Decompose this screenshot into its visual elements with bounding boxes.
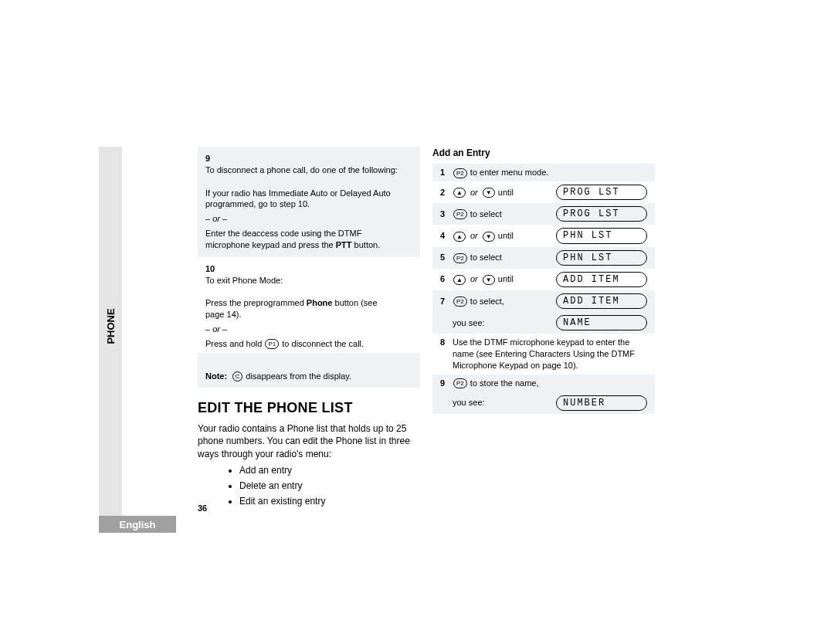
- p2-key-icon: P2: [453, 168, 467, 178]
- step-1: 1 P2 to enter menu mode.: [432, 164, 655, 181]
- text: Press and hold: [205, 339, 264, 348]
- lcd-display: NUMBER: [556, 395, 647, 411]
- left-column: 9 To disconnect a phone call, do one of …: [198, 147, 420, 511]
- phone-label: Phone: [307, 298, 333, 307]
- step-number: 9: [205, 153, 218, 164]
- step-4: 4 ▲ or ▼ until PHN LST: [432, 225, 655, 246]
- text: to select: [468, 253, 502, 262]
- up-key-icon: ▲: [453, 188, 466, 198]
- step-7: 7 P2 to select, ADD ITEM you see: NAME: [432, 290, 655, 334]
- note-body: Note: C disappears from the display.: [205, 371, 398, 382]
- text: If your radio has Immediate Auto or Dela…: [205, 188, 391, 209]
- section-tab: PHONE: [99, 147, 122, 517]
- step-number: 1: [440, 167, 453, 178]
- lcd-display: PHN LST: [556, 228, 647, 243]
- step-body: To disconnect a phone call, do one of th…: [205, 164, 398, 251]
- text: until: [496, 231, 514, 240]
- language-tab: English: [99, 516, 176, 533]
- p2-key-icon: P2: [453, 378, 467, 388]
- right-column: Add an Entry 1 P2 to enter menu mode. 2 …: [432, 147, 655, 414]
- lcd-display: PHN LST: [556, 250, 647, 266]
- lcd-display: PROG LST: [556, 185, 647, 200]
- step-number: 3: [440, 208, 453, 220]
- lcd-display: PROG LST: [556, 206, 647, 222]
- step-number: 5: [440, 252, 453, 263]
- step-number: 2: [440, 187, 453, 198]
- list-item: Add an entry: [239, 464, 420, 476]
- step-6: 6 ▲ or ▼ until ADD ITEM: [432, 269, 655, 290]
- note-box: Note: C disappears from the display.: [198, 353, 420, 388]
- text: button.: [352, 240, 381, 249]
- text: To disconnect a phone call, do one of th…: [205, 165, 398, 175]
- text: To exit Phone Mode:: [205, 276, 283, 285]
- step-5: 5 P2 to select PHN LST: [432, 247, 655, 269]
- or-text: or: [470, 231, 478, 240]
- step-number: 8: [440, 337, 453, 348]
- text: you see:: [453, 397, 556, 408]
- text: to enter menu mode.: [468, 168, 549, 177]
- p2-key-icon: P2: [453, 297, 467, 307]
- phone-indicator-icon: C: [232, 371, 242, 381]
- or-divider: – or –: [205, 213, 398, 225]
- text: to select,: [468, 297, 504, 306]
- list-item: Delete an entry: [239, 480, 420, 492]
- text: you see:: [453, 317, 556, 329]
- step-number: 6: [440, 273, 453, 285]
- text: to select: [468, 209, 502, 219]
- text: disappears from the display.: [243, 371, 351, 381]
- section-tab-label: PHONE: [105, 308, 117, 344]
- down-key-icon: ▼: [483, 232, 495, 242]
- page-root: PHONE English 36 9 To disconnect a phone…: [0, 0, 834, 644]
- lcd-display: ADD ITEM: [556, 272, 647, 287]
- step-2: 2 ▲ or ▼ until PROG LST: [432, 181, 655, 203]
- step-9r: 9 P2 to store the name, you see: NUMBER: [432, 375, 655, 414]
- or-divider: – or –: [205, 324, 398, 335]
- step-number: 10: [205, 263, 218, 275]
- or-text: or: [470, 188, 478, 197]
- step-body: To exit Phone Mode: Press the preprogram…: [205, 275, 398, 350]
- step-number: 4: [440, 230, 453, 242]
- step-number: 7: [440, 296, 453, 307]
- step-8: 8 Use the DTMF microphone keypad to ente…: [432, 334, 655, 375]
- text: to disconnect the call.: [280, 339, 364, 348]
- text: until: [496, 188, 514, 197]
- text: Use the DTMF microphone keypad to enter …: [453, 337, 647, 371]
- note-label: Note:: [205, 371, 227, 381]
- text: until: [496, 274, 514, 283]
- text: Press the preprogrammed: [205, 298, 307, 307]
- or-text: or: [470, 274, 478, 283]
- step-9: 9 To disconnect a phone call, do one of …: [198, 147, 420, 257]
- lcd-display: ADD ITEM: [556, 293, 647, 309]
- step-3: 3 P2 to select PROG LST: [432, 203, 655, 225]
- p2-key-icon: P2: [453, 253, 467, 263]
- p1-key-icon: P1: [265, 339, 279, 349]
- p2-key-icon: P2: [453, 209, 467, 219]
- section-heading: EDIT THE PHONE LIST: [198, 398, 420, 417]
- step-number: 9: [440, 378, 453, 389]
- up-key-icon: ▲: [453, 232, 466, 242]
- subheading: Add an Entry: [432, 147, 655, 159]
- down-key-icon: ▼: [483, 188, 495, 198]
- bullet-list: Add an entry Delete an entry Edit an exi…: [208, 464, 420, 508]
- step-10: 10 To exit Phone Mode: Press the preprog…: [198, 260, 420, 353]
- list-item: Edit an existing entry: [239, 495, 420, 507]
- up-key-icon: ▲: [453, 275, 466, 285]
- intro-text: Your radio contains a Phone list that ho…: [198, 422, 420, 461]
- down-key-icon: ▼: [483, 275, 495, 285]
- ptt-label: PTT: [336, 240, 352, 249]
- lcd-display: NAME: [556, 315, 647, 330]
- text: to store the name,: [468, 378, 539, 388]
